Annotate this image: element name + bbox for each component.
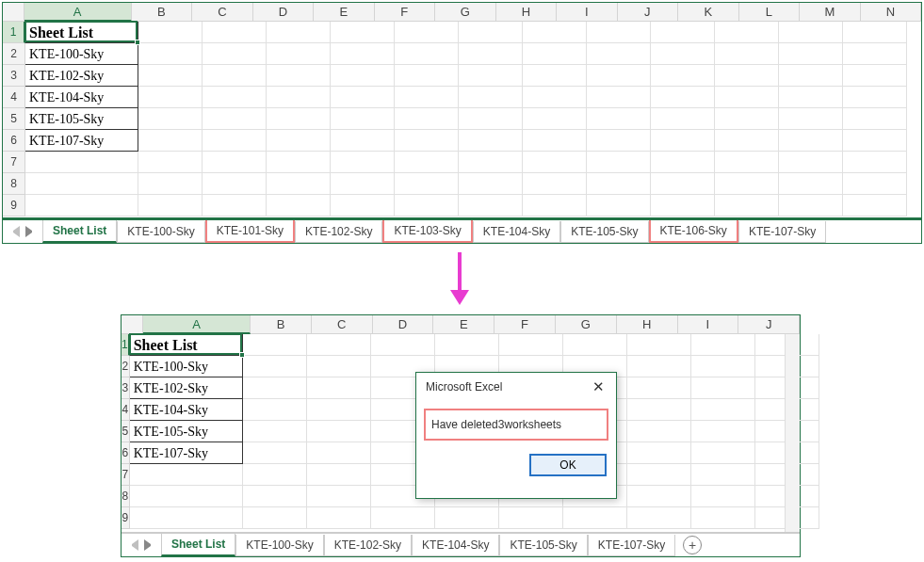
down-arrow-icon bbox=[450, 252, 469, 307]
col-header-M[interactable]: M bbox=[800, 3, 861, 22]
sheet-tab[interactable]: Sheet List bbox=[42, 220, 117, 243]
row-header-9[interactable]: 9 bbox=[122, 507, 130, 529]
col-header-K[interactable]: K bbox=[678, 3, 739, 22]
sheet-tab[interactable]: KTE-105-Sky bbox=[499, 535, 587, 556]
col-header-I[interactable]: I bbox=[678, 315, 739, 334]
sheet-tab[interactable]: KTE-107-Sky bbox=[588, 535, 675, 556]
workbook-before: A B C D E F G H I J K L M N 1 2 3 4 5 6 … bbox=[2, 2, 922, 244]
tab-nav bbox=[122, 539, 161, 551]
sheet-tab[interactable]: KTE-107-Sky bbox=[738, 221, 826, 243]
sheet-tab[interactable]: KTE-102-Sky bbox=[295, 221, 382, 243]
col-header-J[interactable]: J bbox=[618, 3, 679, 22]
row-header-2[interactable]: 2 bbox=[122, 356, 130, 377]
row-header-3[interactable]: 3 bbox=[122, 377, 130, 399]
col-header-A[interactable]: A bbox=[24, 3, 132, 22]
cell-A3[interactable]: KTE-102-Sky bbox=[25, 65, 138, 87]
row-header-1[interactable]: 1 bbox=[3, 22, 25, 43]
row-header-4[interactable]: 4 bbox=[3, 87, 25, 108]
select-all-corner[interactable] bbox=[122, 315, 143, 334]
cell-A5[interactable]: KTE-105-Sky bbox=[130, 421, 243, 442]
select-all-corner[interactable] bbox=[3, 3, 24, 22]
col-header-N[interactable]: N bbox=[861, 3, 922, 22]
new-sheet-button[interactable]: + bbox=[683, 536, 702, 554]
workbook-after: A B C D E F G H I J 1 2 3 4 5 6 7 8 9 Sh… bbox=[121, 314, 801, 557]
col-header-H[interactable]: H bbox=[496, 3, 558, 22]
col-header-G[interactable]: G bbox=[556, 315, 617, 334]
sheet-tab[interactable]: KTE-102-Sky bbox=[324, 535, 412, 556]
sheet-tab[interactable]: Sheet List bbox=[161, 534, 235, 556]
col-header-F[interactable]: F bbox=[375, 3, 436, 22]
cell-A1[interactable]: Sheet List bbox=[25, 22, 138, 43]
cell-A2[interactable]: KTE-100-Sky bbox=[25, 43, 138, 65]
col-header-B[interactable]: B bbox=[132, 3, 193, 22]
col-header-B[interactable]: B bbox=[251, 315, 312, 334]
cell-A4[interactable]: KTE-104-Sky bbox=[130, 399, 243, 421]
col-header-L[interactable]: L bbox=[739, 3, 801, 22]
row-header-8[interactable]: 8 bbox=[3, 173, 25, 195]
cell[interactable] bbox=[138, 22, 203, 43]
col-header-D[interactable]: D bbox=[373, 315, 434, 334]
sheet-tabbar-before: Sheet ListKTE-100-SkyKTE-101-SkyKTE-102-… bbox=[3, 218, 921, 243]
col-header-H[interactable]: H bbox=[617, 315, 678, 334]
cell-A4[interactable]: KTE-104-Sky bbox=[25, 87, 138, 108]
row-headers: 1 2 3 4 5 6 7 8 9 bbox=[3, 22, 25, 217]
fill-handle[interactable] bbox=[239, 352, 245, 358]
cell-A3[interactable]: KTE-102-Sky bbox=[130, 377, 243, 399]
row-header-8[interactable]: 8 bbox=[122, 486, 130, 507]
column-headers: A B C D E F G H I J bbox=[122, 315, 800, 334]
row-header-5[interactable]: 5 bbox=[122, 421, 130, 442]
cell-A2[interactable]: KTE-100-Sky bbox=[130, 356, 243, 377]
cell-A6[interactable]: KTE-107-Sky bbox=[25, 130, 138, 152]
col-header-E[interactable]: E bbox=[314, 3, 375, 22]
row-header-3[interactable]: 3 bbox=[3, 65, 25, 87]
ok-button[interactable]: OK bbox=[529, 454, 607, 476]
sheet-tabbar-after: Sheet ListKTE-100-SkyKTE-102-SkyKTE-104-… bbox=[122, 532, 800, 556]
row-header-6[interactable]: 6 bbox=[3, 130, 25, 152]
tab-next-icon[interactable] bbox=[25, 226, 37, 237]
row-header-4[interactable]: 4 bbox=[122, 399, 130, 421]
vertical-scrollbar[interactable] bbox=[785, 334, 800, 532]
cell-A5[interactable]: KTE-105-Sky bbox=[25, 108, 138, 130]
sheet-tab[interactable]: KTE-100-Sky bbox=[117, 221, 204, 243]
col-header-C[interactable]: C bbox=[312, 315, 373, 334]
col-header-J[interactable]: J bbox=[738, 315, 800, 334]
close-icon[interactable]: ✕ bbox=[589, 378, 608, 395]
tabbar-accent-line bbox=[3, 217, 921, 220]
col-header-F[interactable]: F bbox=[494, 315, 556, 334]
tab-prev-icon[interactable] bbox=[127, 539, 138, 551]
col-header-A[interactable]: A bbox=[143, 315, 251, 334]
row-header-2[interactable]: 2 bbox=[3, 43, 25, 65]
sheet-tab[interactable]: KTE-106-Sky bbox=[649, 218, 738, 243]
dialog-message: Have deleted3worksheets bbox=[424, 409, 608, 441]
col-header-C[interactable]: C bbox=[192, 3, 253, 22]
sheet-tab[interactable]: KTE-100-Sky bbox=[235, 535, 323, 556]
tab-nav bbox=[3, 226, 42, 237]
cell-A1[interactable]: Sheet List bbox=[130, 334, 243, 356]
fill-handle[interactable] bbox=[135, 40, 140, 45]
sheet-tab[interactable]: KTE-104-Sky bbox=[412, 535, 499, 556]
row-header-7[interactable]: 7 bbox=[3, 152, 25, 173]
row-header-6[interactable]: 6 bbox=[122, 442, 130, 464]
sheet-tab[interactable]: KTE-104-Sky bbox=[473, 221, 560, 243]
cell-grid[interactable]: Sheet List KTE-100-Sky KTE-102-Sky KTE-1… bbox=[25, 22, 921, 217]
col-header-I[interactable]: I bbox=[557, 3, 618, 22]
tab-prev-icon[interactable] bbox=[8, 226, 20, 237]
row-header-7[interactable]: 7 bbox=[122, 464, 130, 486]
col-header-G[interactable]: G bbox=[435, 3, 496, 22]
tab-next-icon[interactable] bbox=[144, 539, 155, 551]
sheet-tab[interactable]: KTE-101-Sky bbox=[205, 218, 295, 243]
row-headers: 1 2 3 4 5 6 7 8 9 bbox=[122, 334, 130, 529]
col-header-D[interactable]: D bbox=[253, 3, 315, 22]
row-header-1[interactable]: 1 bbox=[122, 334, 130, 356]
message-dialog: Microsoft Excel ✕ Have deleted3worksheet… bbox=[415, 372, 617, 499]
cell-A6[interactable]: KTE-107-Sky bbox=[130, 442, 243, 464]
row-header-5[interactable]: 5 bbox=[3, 108, 25, 130]
sheet-tab[interactable]: KTE-103-Sky bbox=[382, 218, 472, 243]
sheet-tab[interactable]: KTE-105-Sky bbox=[560, 221, 648, 243]
col-header-E[interactable]: E bbox=[433, 315, 494, 334]
row-header-9[interactable]: 9 bbox=[3, 195, 25, 217]
column-headers: A B C D E F G H I J K L M N bbox=[3, 3, 921, 22]
dialog-title: Microsoft Excel bbox=[426, 380, 502, 393]
